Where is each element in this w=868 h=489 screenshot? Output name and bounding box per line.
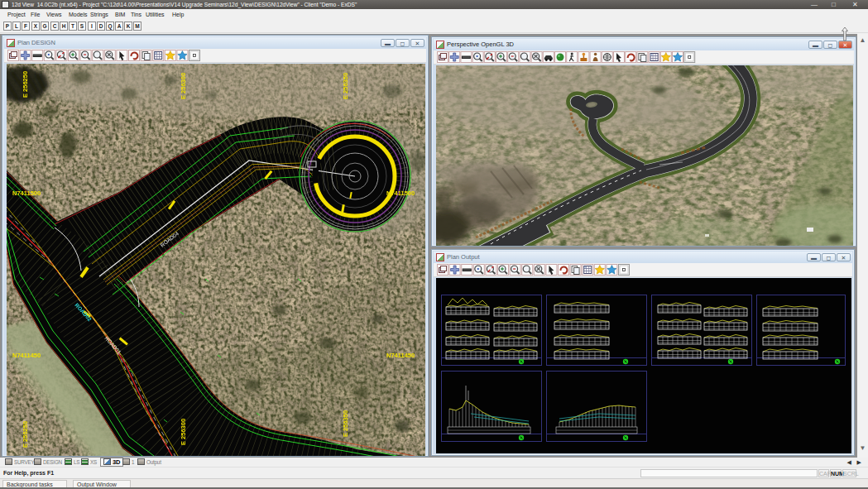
- svg-text:E 256300: E 256300: [180, 73, 187, 99]
- svg-text:E 256350: E 256350: [342, 410, 349, 437]
- svg-text:E 256250: E 256250: [22, 421, 29, 448]
- svg-text:E 256250: E 256250: [22, 71, 29, 98]
- svg-text:N7411450: N7411450: [386, 352, 415, 359]
- svg-text:E 256300: E 256300: [180, 419, 187, 445]
- svg-text:N7411450: N7411450: [12, 352, 41, 359]
- svg-text:E 256350: E 256350: [342, 73, 349, 99]
- svg-text:N7411500: N7411500: [386, 189, 415, 197]
- svg-text:N7411500: N7411500: [12, 189, 41, 197]
